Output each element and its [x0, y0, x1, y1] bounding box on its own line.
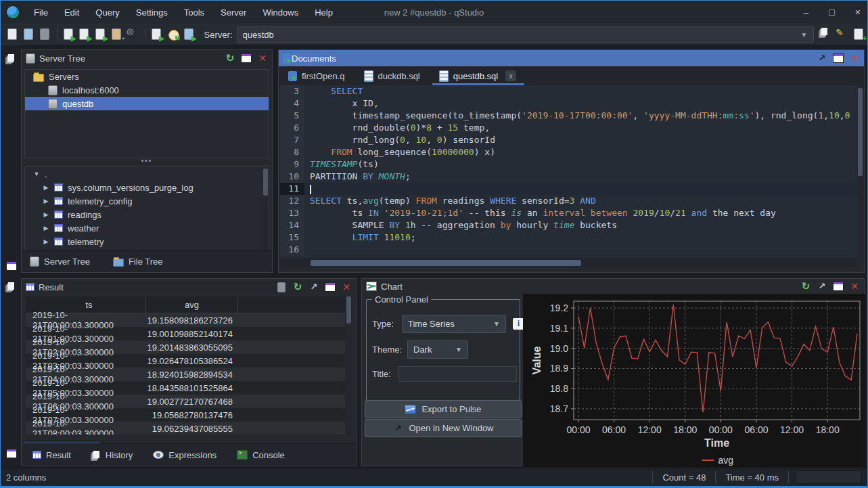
- tab-firstopen-q[interactable]: firstOpen.q: [279, 66, 355, 85]
- close-panel-icon[interactable]: ✕: [849, 53, 860, 64]
- tree-item-table[interactable]: ▶sys.column_versions_purge_log: [25, 181, 269, 194]
- server-combobox[interactable]: questdb ▼: [237, 26, 814, 43]
- tree-item-server[interactable]: localhost:6000: [25, 83, 269, 97]
- chart-title-input[interactable]: [398, 366, 517, 382]
- table-row[interactable]: 2019-10-21T08:00:03.30000019.06239437085…: [26, 422, 345, 435]
- dock-window-icon[interactable]: [6, 449, 17, 458]
- minimize-button[interactable]: –: [804, 7, 809, 18]
- chart-type-select[interactable]: Time Series ▼: [402, 315, 506, 333]
- tree-item-table[interactable]: ▶weather: [25, 221, 269, 235]
- tree-item-schema-root[interactable]: ▼ .: [25, 167, 269, 181]
- refresh-icon[interactable]: ↻: [292, 282, 303, 292]
- tab-server-tree[interactable]: Server Tree: [30, 257, 90, 267]
- chart-theme-select[interactable]: Dark ▼: [407, 340, 468, 359]
- chevron-down-icon[interactable]: ▼: [801, 31, 808, 39]
- run-line-icon[interactable]: ▶: [77, 27, 92, 42]
- expand-arrow-icon[interactable]: ▶: [43, 238, 49, 245]
- popout-icon[interactable]: ↗: [817, 281, 827, 292]
- dock-pages-icon[interactable]: [6, 53, 16, 63]
- tab-history[interactable]: History: [91, 450, 133, 460]
- window-icon[interactable]: [833, 53, 844, 63]
- export-to-pulse-button[interactable]: Export to Pulse: [365, 400, 522, 418]
- tab-file-tree[interactable]: File Tree: [113, 257, 163, 267]
- documents-icon: [283, 53, 292, 64]
- refresh-icon[interactable]: ↻: [800, 281, 811, 292]
- code-line[interactable]: 14 SAMPLE BY 1h -- aggregation by hourly…: [280, 219, 857, 231]
- new-document-icon[interactable]: [5, 27, 20, 42]
- tree-item-servers-root[interactable]: Servers: [25, 70, 269, 83]
- code-line[interactable]: 12SELECT ts,avg(temp) FROM readings WHER…: [280, 195, 857, 207]
- code-line[interactable]: 6 rnd_double(0)*8 + 15 temp,: [280, 122, 857, 134]
- code-line[interactable]: 11: [280, 183, 857, 195]
- code-line[interactable]: 10PARTITION BY MONTH;: [280, 171, 857, 183]
- maximize-button[interactable]: □: [829, 7, 834, 18]
- close-panel-icon[interactable]: ✕: [341, 282, 352, 292]
- schema-tree-scrollbar[interactable]: [262, 167, 269, 251]
- tab-result[interactable]: Result: [32, 450, 71, 460]
- copy-server-icon[interactable]: [819, 27, 834, 42]
- save-icon[interactable]: [38, 27, 53, 42]
- run-query-icon[interactable]: ▶: [62, 27, 76, 42]
- code-line[interactable]: 15 LIMIT 11010;: [280, 231, 857, 244]
- result-vscrollbar[interactable]: [346, 296, 352, 435]
- menu-query[interactable]: Query: [89, 5, 126, 20]
- dock-window-icon[interactable]: [6, 261, 17, 271]
- line-number: 15: [280, 231, 304, 244]
- code-line[interactable]: 9TIMESTAMP(ts): [280, 158, 857, 171]
- tree-item-server[interactable]: questdb: [25, 97, 269, 110]
- code-line[interactable]: 5 timestamp_sequence(to_timestamp('2019-…: [280, 110, 857, 122]
- code-line[interactable]: 7 rnd_long(0, 10, 0) sensorId: [280, 134, 857, 146]
- popout-icon[interactable]: ↗: [309, 282, 319, 292]
- code-line[interactable]: 3 SELECT: [280, 85, 857, 97]
- edit-server-icon[interactable]: ✎: [836, 27, 850, 42]
- tab-questdb-sql[interactable]: questdb.sql x: [430, 66, 526, 85]
- tree-item-table[interactable]: ▶telemetry_config: [25, 194, 269, 208]
- open-in-new-window-button[interactable]: ↗ Open in New Window: [365, 419, 522, 437]
- expand-arrow-icon[interactable]: ▶: [43, 198, 49, 204]
- menu-tools[interactable]: Tools: [177, 5, 211, 20]
- window-icon[interactable]: [325, 282, 336, 292]
- popout-icon[interactable]: ↗: [817, 53, 827, 64]
- refresh-icon[interactable]: ↻: [225, 53, 235, 64]
- code-line[interactable]: 16: [280, 244, 857, 256]
- paste-icon[interactable]: ▪: [110, 27, 124, 42]
- collapse-arrow-icon[interactable]: ▼: [33, 171, 40, 177]
- tab-duckdb-sql[interactable]: duckdb.sql: [355, 66, 430, 85]
- tree-splitter[interactable]: •••: [22, 158, 272, 165]
- close-button[interactable]: ×: [855, 7, 861, 18]
- run-selection-icon[interactable]: ▶: [93, 27, 108, 42]
- export-icon[interactable]: [276, 282, 287, 292]
- column-header-avg[interactable]: avg: [146, 296, 238, 313]
- editor-vscrollbar[interactable]: [857, 85, 863, 257]
- tree-item-table[interactable]: ▶readings: [25, 208, 269, 221]
- tab-console[interactable]: Console: [237, 450, 285, 460]
- watch-query-icon[interactable]: ↻: [166, 27, 181, 42]
- close-tab-icon[interactable]: x: [505, 70, 516, 81]
- tree-item-table[interactable]: ▶telemetry: [25, 235, 269, 248]
- code-line[interactable]: 8 FROM long_sequence(10000000) x): [280, 146, 857, 158]
- sql-editor[interactable]: 3 SELECT4 x ID,5 timestamp_sequence(to_t…: [280, 85, 857, 257]
- editor-hscrollbar[interactable]: [280, 259, 857, 267]
- menu-server[interactable]: Server: [214, 5, 253, 20]
- add-server-icon[interactable]: +: [852, 27, 867, 42]
- tab-expressions[interactable]: Expressions: [153, 450, 216, 460]
- window-icon[interactable]: [833, 282, 844, 291]
- window-icon[interactable]: [241, 53, 252, 63]
- open-file-icon[interactable]: [22, 27, 37, 42]
- close-panel-icon[interactable]: ✕: [257, 53, 268, 64]
- menu-windows[interactable]: Windows: [256, 5, 305, 20]
- menu-file[interactable]: File: [27, 5, 55, 20]
- result-table[interactable]: tsavg2019-10-21T00:00:03.30000019.158098…: [26, 296, 345, 435]
- expand-arrow-icon[interactable]: ▶: [43, 184, 49, 191]
- expand-arrow-icon[interactable]: ▶: [43, 211, 49, 218]
- menu-edit[interactable]: Edit: [58, 5, 86, 20]
- close-panel-icon[interactable]: ✕: [849, 281, 860, 292]
- dock-pages-icon[interactable]: [6, 282, 16, 291]
- open-script-icon[interactable]: ▶: [182, 27, 197, 42]
- expand-arrow-icon[interactable]: ▶: [43, 225, 49, 231]
- code-line[interactable]: 13 ts IN '2019-10-21;1d' -- this is an i…: [280, 207, 857, 219]
- code-line[interactable]: 4 x ID,: [280, 97, 857, 110]
- menu-settings[interactable]: Settings: [129, 5, 175, 20]
- send-query-icon[interactable]: ▶: [150, 27, 164, 42]
- menu-help[interactable]: Help: [308, 5, 340, 20]
